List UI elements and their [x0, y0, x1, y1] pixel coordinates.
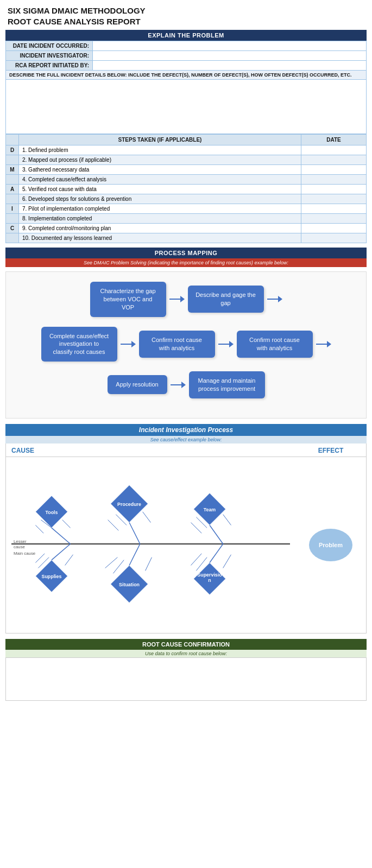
phase-cell-5 — [6, 194, 19, 204]
svg-line-28 — [113, 560, 124, 573]
report-title-line2: ROOT CAUSE ANALYSIS REPORT — [8, 16, 364, 27]
svg-text:n: n — [208, 578, 211, 583]
date-label: DATE INCIDENT OCCURRED: — [6, 41, 93, 51]
rcc-body[interactable] — [5, 657, 367, 701]
flow-box-1-1: Characterize the gap between VOC and VOP — [90, 282, 166, 317]
svg-line-36 — [223, 554, 231, 568]
date-cell-2[interactable] — [301, 165, 367, 175]
flow-arrow-2-1 — [121, 340, 136, 348]
description-area-row — [6, 80, 367, 134]
svg-line-18 — [191, 522, 201, 533]
cause-effect-labels: CAUSE EFFECT — [5, 443, 367, 457]
investigator-value[interactable] — [93, 51, 367, 61]
flow-row-1: Characterize the gap between VOC and VOP… — [11, 282, 361, 317]
flow-box-2-3: Confirm root cause with analytics — [237, 331, 313, 358]
svg-line-3 — [52, 528, 71, 544]
svg-text:Supervisio: Supervisio — [197, 572, 222, 578]
process-mapping-section: PROCESS MAPPING See DMAIC Problem Solvin… — [0, 248, 372, 267]
svg-line-9 — [129, 522, 140, 543]
phase-cell-9 — [6, 233, 19, 243]
rcc-title: ROOT CAUSE CONFIRMATION — [5, 639, 367, 650]
steps-row-6: I7. Pilot of implementation completed — [6, 204, 367, 214]
svg-text:Procedure: Procedure — [117, 502, 141, 507]
explain-problem-title: EXPLAIN THE PROBLEM — [5, 30, 367, 41]
date-cell-3[interactable] — [301, 175, 367, 185]
report-title-line1: SIX SIGMA DMAIC METHODOLOGY — [8, 5, 364, 16]
step-cell-2: 3. Gathered necessary data — [19, 165, 301, 175]
svg-text:cause: cause — [14, 544, 26, 549]
steps-row-3: 4. Completed cause/effect analysis — [6, 175, 367, 185]
date-cell-8[interactable] — [301, 224, 367, 233]
date-cell-1[interactable] — [301, 155, 367, 165]
effect-side: Problem — [295, 457, 366, 633]
date-cell-6[interactable] — [301, 204, 367, 214]
steps-row-9: 10. Documented any lessons learned — [6, 233, 367, 243]
date-col-header: DATE — [301, 135, 367, 145]
svg-line-15 — [210, 525, 223, 544]
flow-arrow-3-1 — [171, 381, 186, 389]
steps-table: STEPS TAKEN (IF APPLICABLE) DATE D1. Def… — [5, 134, 367, 243]
svg-text:Team: Team — [204, 507, 216, 512]
phase-cell-2: M — [6, 165, 19, 175]
svg-line-6 — [35, 525, 43, 533]
fishbone-svg: Tools Procedure Team — [11, 462, 290, 625]
steps-row-7: 8. Implementation completed — [6, 214, 367, 224]
form-row-date: DATE INCIDENT OCCURRED: — [6, 41, 367, 51]
date-value[interactable] — [93, 41, 367, 51]
date-cell-0[interactable] — [301, 145, 367, 155]
step-cell-3: 4. Completed cause/effect analysis — [19, 175, 301, 185]
root-cause-confirmation-section: ROOT CAUSE CONFIRMATION Use data to conf… — [0, 639, 372, 701]
initiated-value[interactable] — [93, 61, 367, 71]
iip-title: Incident Investigation Process — [5, 424, 367, 436]
svg-text:Lesser: Lesser — [14, 539, 27, 544]
investigator-label: INCIDENT INVESTIGATOR: — [6, 51, 93, 61]
steps-row-2: M3. Gathered necessary data — [6, 165, 367, 175]
form-fields-table: DATE INCIDENT OCCURRED: INCIDENT INVESTI… — [5, 41, 367, 134]
svg-line-30 — [105, 557, 118, 568]
svg-text:Situation: Situation — [119, 582, 140, 587]
flow-arrow-2-2 — [218, 340, 234, 348]
rcc-subtitle: Use data to confirm root cause below: — [5, 650, 367, 657]
cause-label: CAUSE — [6, 443, 295, 457]
step-cell-8: 9. Completed control/monitoring plan — [19, 224, 301, 233]
svg-line-29 — [146, 557, 152, 571]
svg-line-34 — [210, 544, 223, 563]
flow-row-3: Apply resolution Manage and maintain pro… — [11, 371, 361, 398]
form-row-investigator: INCIDENT INVESTIGATOR: — [6, 51, 367, 61]
step-cell-0: 1. Defined problem — [19, 145, 301, 155]
date-cell-7[interactable] — [301, 214, 367, 224]
initiated-label: RCA REPORT INITIATED BY: — [6, 61, 93, 71]
pm-subtitle: See DMAIC Problem Solving (indicating th… — [5, 258, 367, 267]
phase-cell-1 — [6, 155, 19, 165]
steps-row-0: D1. Defined problem — [6, 145, 367, 155]
form-row-initiated: RCA REPORT INITIATED BY: — [6, 61, 367, 71]
svg-text:Tools: Tools — [46, 510, 58, 515]
flow-box-2-1: Complete cause/effect investigation to c… — [41, 327, 117, 362]
phase-cell-0: D — [6, 145, 19, 155]
flow-arrow-1-2 — [267, 295, 282, 303]
date-cell-4[interactable] — [301, 185, 367, 194]
svg-line-27 — [129, 544, 140, 565]
cause-effect-area: Tools Procedure Team — [5, 457, 367, 633]
step-cell-4: 5. Verified root cause with data — [19, 185, 301, 194]
step-cell-1: 2. Mapped out process (if applicable) — [19, 155, 301, 165]
date-cell-9[interactable] — [301, 233, 367, 243]
step-cell-6: 7. Pilot of implementation completed — [19, 204, 301, 214]
fishbone-area: Tools Procedure Team — [6, 457, 295, 633]
steps-row-8: C9. Completed control/monitoring plan — [6, 224, 367, 233]
svg-line-24 — [35, 554, 45, 563]
pm-title: PROCESS MAPPING — [5, 248, 367, 258]
problem-oval: Problem — [309, 529, 352, 561]
flow-arrow-2-3 — [316, 340, 331, 348]
flow-row-2: Complete cause/effect investigation to c… — [11, 327, 361, 362]
date-cell-5[interactable] — [301, 194, 367, 204]
process-map-area: Characterize the gap between VOC and VOP… — [5, 271, 367, 419]
step-cell-7: 8. Implementation completed — [19, 214, 301, 224]
flow-box-3-1: Apply resolution — [108, 375, 167, 394]
steps-row-1: 2. Mapped out process (if applicable) — [6, 155, 367, 165]
effect-label: EFFECT — [295, 443, 366, 457]
step-cell-9: 10. Documented any lessons learned — [19, 233, 301, 243]
steps-header-row: STEPS TAKEN (IF APPLICABLE) DATE — [6, 135, 367, 145]
svg-line-17 — [223, 514, 231, 525]
description-area[interactable] — [6, 80, 367, 134]
